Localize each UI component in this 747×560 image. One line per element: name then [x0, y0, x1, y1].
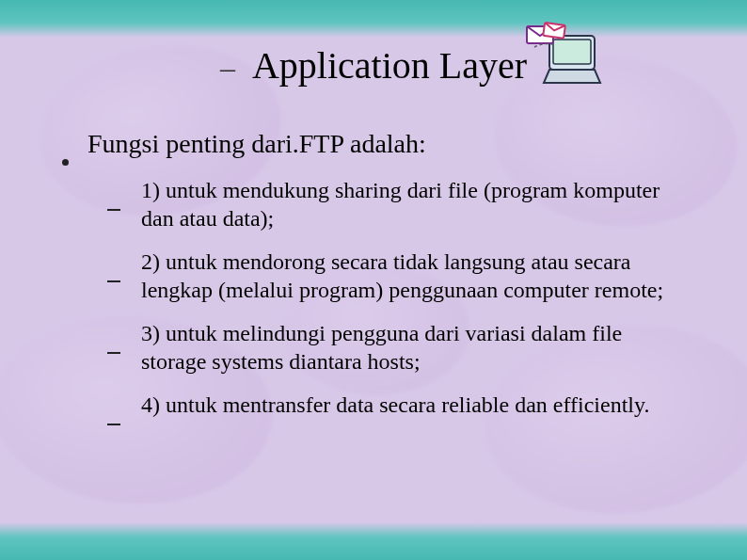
list-item: 2) untuk mendorong secara tidak langsung… — [107, 248, 691, 304]
title-row: – Application Layer — [38, 43, 709, 88]
sub-bullet-text: 3) untuk melindungi pengguna dari varias… — [141, 319, 691, 376]
sub-bullet-text: 4) untuk mentransfer data secara reliabl… — [141, 391, 649, 419]
main-bullet-text: Fungsi penting dari.FTP adalah: — [87, 129, 426, 159]
sub-bullet-text: 1) untuk mendukung sharing dari file (pr… — [141, 176, 691, 232]
list-item: 1) untuk mendukung sharing dari file (pr… — [107, 176, 691, 232]
main-bullet: Fungsi penting dari.FTP adalah: — [62, 129, 709, 159]
dash-icon — [107, 352, 120, 354]
list-item: 4) untuk mentransfer data secara reliabl… — [107, 391, 691, 419]
slide-content: – Application Layer Fungsi penting dari.… — [0, 0, 747, 462]
sub-bullet-list: 1) untuk mendukung sharing dari file (pr… — [107, 176, 691, 419]
sub-bullet-text: 2) untuk mendorong secara tidak langsung… — [141, 248, 691, 304]
list-item: 3) untuk melindungi pengguna dari varias… — [107, 319, 691, 376]
slide-title: Application Layer — [252, 43, 527, 88]
title-dash: – — [220, 51, 235, 86]
dash-icon — [107, 209, 120, 211]
bullet-dot-icon — [62, 159, 69, 166]
dash-icon — [107, 424, 120, 425]
dash-icon — [107, 280, 120, 282]
